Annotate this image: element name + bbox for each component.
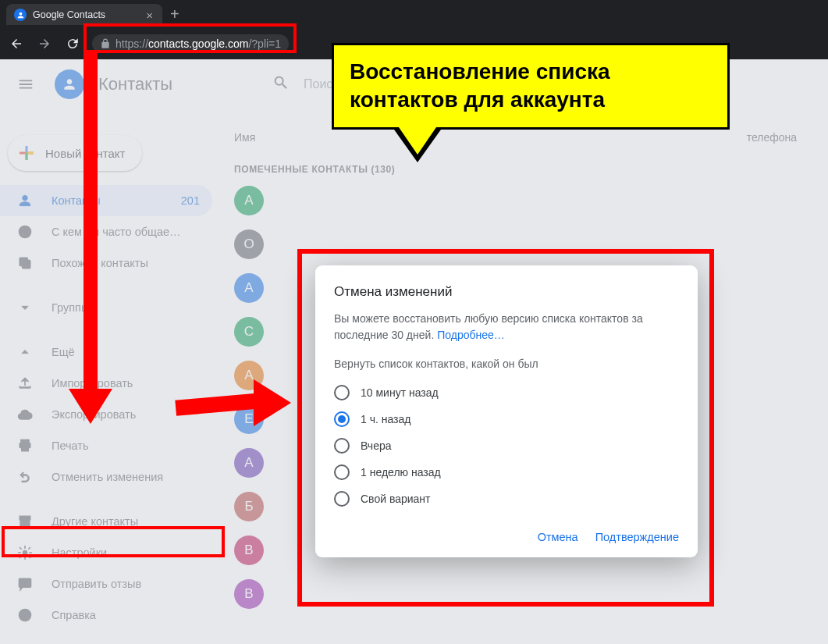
sidebar-item-frequent[interactable]: С кем вы часто общае… bbox=[0, 216, 212, 247]
radio-option-custom[interactable]: Свой вариант bbox=[334, 487, 679, 511]
contact-avatar[interactable]: C bbox=[234, 317, 264, 347]
feedback-icon bbox=[17, 576, 33, 592]
create-contact-button[interactable]: Новый контакт bbox=[8, 135, 142, 171]
chevron-down-icon bbox=[17, 300, 33, 315]
url-host: contacts.google.com bbox=[148, 37, 248, 50]
back-button[interactable] bbox=[5, 32, 28, 55]
sidebar-item-other[interactable]: Другие контакты bbox=[0, 506, 212, 537]
sidebar-item-groups[interactable]: Группы bbox=[0, 292, 212, 323]
address-bar[interactable]: https://contacts.google.com/?pli=1 bbox=[92, 34, 289, 53]
radio-icon bbox=[334, 411, 350, 427]
contact-avatar[interactable]: B bbox=[234, 535, 264, 565]
radio-label: Вчера bbox=[361, 439, 392, 452]
svg-rect-11 bbox=[20, 520, 30, 527]
sidebar: Новый контакт Контакты 201 С кем вы част… bbox=[0, 118, 223, 644]
dialog-cancel-button[interactable]: Отмена bbox=[538, 531, 578, 543]
sidebar-item-merge[interactable]: Похожие контакты bbox=[0, 247, 212, 279]
dialog-confirm-button[interactable]: Подтверждение bbox=[595, 531, 679, 543]
hamburger-menu-button[interactable] bbox=[11, 69, 41, 99]
sidebar-item-label: Отправить отзыв bbox=[52, 578, 141, 590]
duplicate-icon bbox=[17, 255, 33, 271]
forward-button[interactable] bbox=[33, 32, 56, 55]
svg-rect-9 bbox=[22, 447, 28, 451]
contact-avatar[interactable]: A bbox=[234, 186, 264, 215]
section-label-starred: ПОМЕЧЕННЫЕ КОНТАКТЫ (130) bbox=[234, 164, 797, 175]
contact-avatar[interactable]: A bbox=[234, 448, 264, 478]
tab-title: Google Contacts bbox=[33, 9, 105, 20]
reload-button[interactable] bbox=[61, 32, 84, 55]
undo-changes-dialog: Отмена изменений Вы можете восстановить … bbox=[315, 265, 698, 557]
product-name-label: Контакты bbox=[98, 74, 172, 94]
radio-label: Свой вариант bbox=[361, 493, 431, 505]
cloud-upload-icon bbox=[17, 407, 33, 422]
lock-icon bbox=[100, 38, 111, 49]
learn-more-link[interactable]: Подробнее… bbox=[437, 329, 505, 341]
url-scheme: https:// bbox=[115, 37, 148, 50]
contacts-logo-icon bbox=[55, 69, 84, 99]
contacts-count-badge: 201 bbox=[181, 194, 200, 207]
sidebar-item-print[interactable]: Печать bbox=[0, 430, 212, 461]
browser-tab[interactable]: Google Contacts × bbox=[6, 4, 162, 25]
sidebar-item-contacts[interactable]: Контакты 201 bbox=[0, 185, 212, 216]
sidebar-item-label: Другие контакты bbox=[52, 515, 138, 528]
search-icon[interactable] bbox=[272, 74, 290, 94]
radio-label: 10 минут назад bbox=[361, 386, 439, 399]
sidebar-item-settings[interactable]: Настройки bbox=[0, 537, 212, 568]
upload-icon bbox=[17, 375, 33, 391]
gear-icon bbox=[17, 545, 33, 560]
sidebar-item-undo[interactable]: Отменить изменения bbox=[0, 461, 212, 493]
sidebar-item-label: Справка bbox=[52, 609, 96, 621]
radio-icon bbox=[334, 464, 350, 480]
radio-icon bbox=[334, 491, 350, 507]
callout-text: Восстановление списка контактов для акка… bbox=[350, 59, 610, 112]
radio-icon bbox=[334, 385, 350, 400]
svg-point-12 bbox=[23, 551, 27, 555]
sidebar-item-label: Похожие контакты bbox=[52, 257, 148, 269]
history-icon bbox=[17, 224, 33, 240]
radio-option-10min[interactable]: 10 минут назад bbox=[334, 381, 679, 404]
radio-option-yesterday[interactable]: Вчера bbox=[334, 434, 679, 457]
sidebar-item-feedback[interactable]: Отправить отзыв bbox=[0, 568, 212, 600]
undo-icon bbox=[17, 469, 33, 485]
radio-label: 1 неделю назад bbox=[361, 466, 441, 479]
plus-icon bbox=[17, 144, 36, 162]
radio-option-1week[interactable]: 1 неделю назад bbox=[334, 461, 679, 484]
contact-avatar[interactable]: Б bbox=[234, 492, 264, 521]
dialog-prompt: Вернуть список контактов, какой он был bbox=[334, 358, 679, 370]
person-icon bbox=[17, 193, 33, 208]
archive-icon bbox=[17, 514, 33, 529]
annotation-callout: Восстановление списка контактов для акка… bbox=[332, 43, 730, 162]
close-tab-icon[interactable]: × bbox=[146, 9, 153, 22]
contacts-favicon-icon bbox=[14, 9, 27, 21]
sidebar-item-label: С кем вы часто общае… bbox=[52, 226, 181, 238]
radio-option-1h[interactable]: 1 ч. назад bbox=[334, 407, 679, 431]
sidebar-item-more[interactable]: Ещё bbox=[0, 336, 212, 368]
sidebar-item-label: Настройки bbox=[52, 546, 107, 559]
print-icon bbox=[17, 438, 33, 454]
help-icon bbox=[17, 607, 33, 623]
url-path: /?pli=1 bbox=[248, 37, 281, 50]
radio-label: 1 ч. назад bbox=[361, 413, 410, 425]
contact-avatar[interactable]: B bbox=[234, 579, 264, 609]
dialog-description: Вы можете восстановить любую версию спис… bbox=[334, 311, 679, 343]
radio-icon bbox=[334, 438, 350, 454]
contact-avatar[interactable]: A bbox=[234, 273, 264, 303]
column-header-phone: телефона bbox=[747, 131, 797, 144]
contact-avatar[interactable]: O bbox=[234, 229, 264, 259]
sidebar-item-label: Отменить изменения bbox=[52, 471, 163, 483]
sidebar-item-label: Ещё bbox=[52, 346, 75, 358]
chevron-up-icon bbox=[17, 344, 33, 360]
sidebar-item-help[interactable]: Справка bbox=[0, 600, 212, 631]
svg-rect-6 bbox=[20, 258, 27, 265]
svg-rect-3 bbox=[26, 152, 28, 161]
sidebar-item-label: Печать bbox=[52, 439, 89, 452]
new-tab-button[interactable]: + bbox=[170, 5, 179, 23]
dialog-title: Отмена изменений bbox=[334, 284, 679, 300]
